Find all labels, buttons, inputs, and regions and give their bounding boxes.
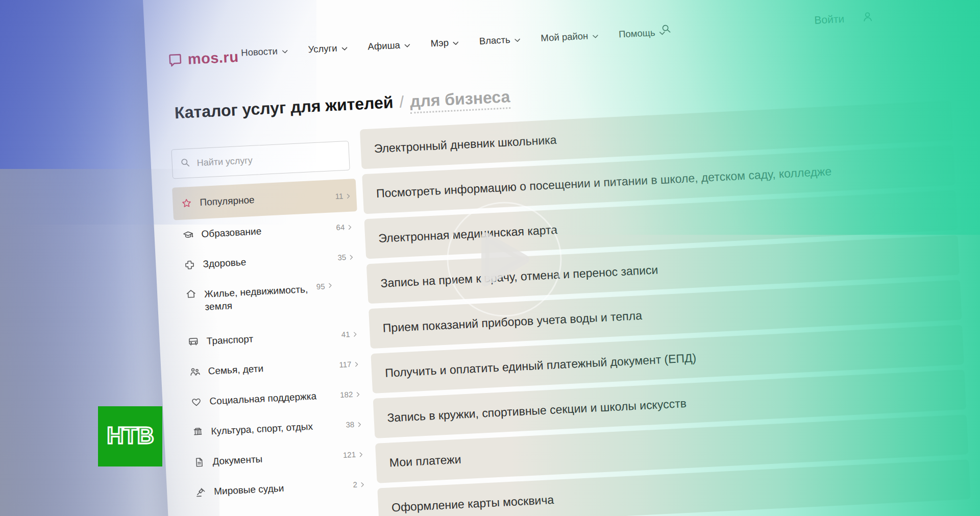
- sidebar-category-label: Документы: [212, 449, 339, 468]
- search-icon-button[interactable]: [657, 20, 675, 38]
- speech-bubble-icon: [167, 52, 183, 68]
- service-label: Оформление карты москвича: [391, 493, 554, 514]
- profile-button[interactable]: [854, 4, 881, 31]
- culture-icon: [192, 426, 204, 438]
- education-icon: [182, 229, 194, 240]
- sidebar-category-label: Социальная поддержка: [209, 388, 336, 407]
- chevron-down-icon: [514, 38, 520, 42]
- bus-icon: [187, 336, 199, 348]
- heart-icon: [190, 396, 202, 408]
- sidebar-category-label: Здоровье: [203, 251, 334, 271]
- family-icon: [189, 366, 201, 378]
- nav-item-label: Афиша: [368, 40, 400, 53]
- service-label: Мои платежи: [389, 452, 461, 470]
- service-label: Электронный дневник школьника: [374, 133, 557, 155]
- login-link[interactable]: Войти: [814, 13, 845, 27]
- star-icon: [181, 198, 192, 209]
- service-label: Получить и оплатить единый платежный док…: [385, 351, 697, 380]
- main-nav: Новости Услуги Афиша Мэр Власть Мой райо…: [241, 24, 666, 61]
- play-icon: [446, 201, 563, 318]
- nav-item[interactable]: Афиша: [368, 39, 410, 53]
- sidebar-category-count: 95: [316, 282, 325, 291]
- login-area: Войти: [814, 4, 881, 33]
- sidebar-category-count: 11: [335, 191, 343, 201]
- person-icon: [861, 10, 875, 26]
- nav-item-label: Услуги: [308, 43, 337, 56]
- sidebar-category-label: Образование: [201, 221, 332, 240]
- sidebar-category-label: Популярное: [200, 190, 331, 209]
- sidebar-category-label: Мировые судьи: [214, 478, 350, 498]
- nav-item-label: Мэр: [430, 37, 449, 50]
- chevron-right-icon: [358, 422, 362, 427]
- nav-item[interactable]: Услуги: [308, 42, 348, 56]
- search-input[interactable]: [195, 150, 342, 169]
- nav-item[interactable]: Власть: [479, 34, 521, 47]
- sidebar-category-label: Семья, дети: [208, 358, 335, 377]
- health-icon: [184, 259, 195, 271]
- sidebar-category-count: 117: [339, 360, 352, 369]
- service-label: Посмотреть информацию о посещении и пита…: [376, 164, 831, 201]
- ntv-watermark: НТВ: [98, 406, 162, 466]
- nav-item-label: Власть: [479, 34, 510, 47]
- sidebar-category-count: 2: [353, 480, 357, 489]
- nav-item[interactable]: Мой район: [541, 30, 599, 44]
- sidebar-category-label: Транспорт: [206, 328, 337, 348]
- chevron-right-icon: [348, 225, 352, 230]
- nav-item-label: Новости: [241, 45, 278, 58]
- nav-item-label: Помощь: [619, 27, 655, 40]
- service-label: Запись в кружки, спортивные секции и шко…: [387, 396, 687, 425]
- sidebar-category-count: 121: [343, 450, 356, 459]
- sidebar-category-count: 38: [346, 420, 354, 429]
- play-button[interactable]: [446, 201, 563, 318]
- video-frame: mos.ru Новости Услуги Афиша Мэр Власть М…: [0, 0, 980, 516]
- chevron-right-icon: [356, 391, 360, 397]
- chevron-right-icon: [353, 331, 357, 337]
- nav-item[interactable]: Мэр: [430, 37, 459, 50]
- search-icon: [660, 22, 672, 36]
- sidebar-category[interactable]: Жилье, недвижимость, земля 95: [177, 272, 362, 327]
- chevron-right-icon: [350, 254, 354, 260]
- mosru-logo[interactable]: mos.ru: [167, 48, 239, 69]
- gavel-icon: [195, 486, 207, 498]
- chevron-down-icon: [341, 46, 347, 51]
- chevron-right-icon: [328, 283, 332, 288]
- sidebar-category-label: Культура, спорт, отдых: [211, 419, 342, 438]
- sidebar-category-count: 182: [340, 390, 353, 399]
- logo-text: mos.ru: [187, 48, 239, 68]
- home-icon: [185, 288, 197, 300]
- nav-item-label: Мой район: [541, 30, 589, 44]
- chevron-down-icon: [404, 43, 410, 48]
- sidebar-category-count: 35: [337, 253, 346, 262]
- chevron-right-icon: [355, 361, 359, 367]
- chevron-down-icon: [453, 41, 459, 45]
- chevron-right-icon: [361, 482, 365, 487]
- title-separator: /: [399, 92, 404, 111]
- document-icon: [193, 456, 205, 468]
- chevron-right-icon: [347, 193, 351, 199]
- chevron-down-icon: [592, 34, 598, 39]
- category-sidebar: Популярное 11 Образование 64 Здоровье 35…: [172, 179, 371, 508]
- ntv-logo-text: НТВ: [107, 422, 154, 449]
- nav-item[interactable]: Новости: [241, 45, 288, 58]
- sidebar-category-count: 41: [341, 330, 350, 339]
- search-icon: [179, 157, 191, 170]
- chevron-right-icon: [359, 452, 363, 457]
- chevron-down-icon: [282, 50, 288, 54]
- sidebar-category-label: Жилье, недвижимость, земля: [204, 282, 313, 313]
- sidebar-category-count: 64: [336, 223, 345, 232]
